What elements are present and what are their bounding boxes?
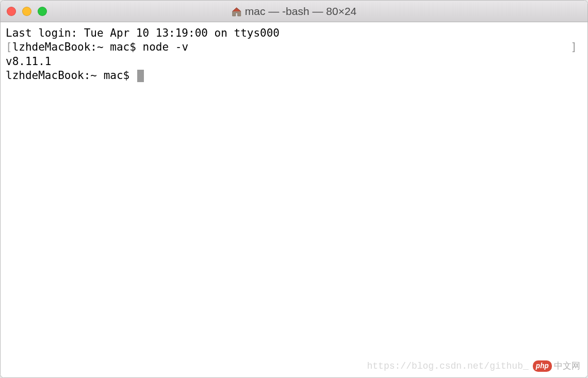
- traffic-lights: [7, 7, 47, 16]
- terminal-content[interactable]: Last login: Tue Apr 10 13:19:00 on ttys0…: [1, 22, 587, 377]
- watermark-badge: php 中文网: [533, 360, 580, 372]
- cursor: [137, 70, 144, 82]
- maximize-button[interactable]: [38, 7, 47, 16]
- titlebar[interactable]: mac — -bash — 80×24: [1, 1, 587, 22]
- watermark: https://blog.csdn.net/github_ php 中文网: [367, 360, 580, 372]
- minimize-button[interactable]: [22, 7, 31, 16]
- watermark-cn-text: 中文网: [554, 360, 580, 372]
- bracket-open: [: [6, 40, 12, 54]
- prompt-text: lzhdeMacBook:~ mac$: [6, 69, 136, 83]
- node-version-output: v8.11.1: [6, 55, 52, 69]
- window-title-container: mac — -bash — 80×24: [232, 5, 357, 18]
- close-button[interactable]: [7, 7, 16, 16]
- php-badge: php: [533, 360, 552, 372]
- terminal-output-line: v8.11.1: [6, 55, 582, 69]
- home-icon: [232, 7, 242, 16]
- last-login-text: Last login: Tue Apr 10 13:19:00 on ttys0…: [6, 26, 280, 40]
- prompt-text: lzhdeMacBook:~ mac$: [12, 40, 143, 54]
- terminal-output-line: Last login: Tue Apr 10 13:19:00 on ttys0…: [6, 26, 582, 40]
- terminal-prompt-line: lzhdeMacBook:~ mac$: [6, 69, 582, 83]
- command-text: node -v: [143, 40, 189, 54]
- watermark-url: https://blog.csdn.net/github_: [367, 360, 529, 372]
- bracket-close: ]: [570, 40, 577, 54]
- terminal-prompt-line: [lzhdeMacBook:~ mac$ node -v ]: [6, 40, 582, 54]
- window-title: mac — -bash — 80×24: [245, 5, 357, 18]
- terminal-window: mac — -bash — 80×24 Last login: Tue Apr …: [0, 0, 588, 378]
